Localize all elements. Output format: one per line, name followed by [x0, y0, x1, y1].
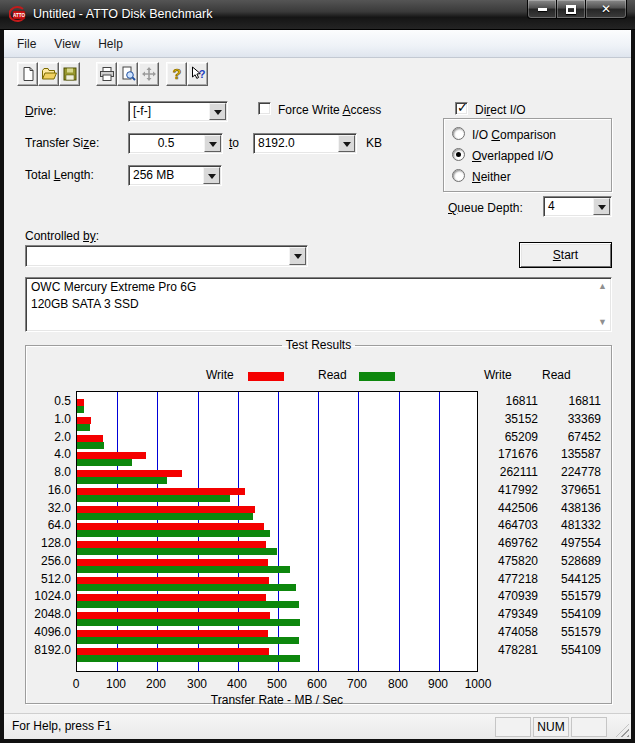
num-lock-indicator: NUM [533, 717, 569, 737]
transfer-size-from-dropdown-button[interactable] [204, 135, 221, 152]
chevron-down-icon [209, 142, 217, 151]
read-value: 438136 [531, 501, 601, 516]
transfer-size-to-dropdown-button[interactable] [338, 135, 355, 152]
write-bar [77, 630, 268, 637]
write-value: 464703 [468, 518, 538, 533]
print-preview-button[interactable] [117, 62, 138, 86]
total-length-value: 256 MB [129, 166, 202, 185]
read-bar [77, 477, 167, 484]
close-button[interactable]: ✕ [585, 0, 627, 19]
context-help-button[interactable]: ? [187, 62, 208, 86]
read-bar [77, 548, 277, 555]
queue-depth-value: 4 [544, 197, 592, 216]
queue-depth-combobox[interactable]: 4 [543, 196, 612, 217]
transfer-size-to-combobox[interactable]: 8192.0 [253, 133, 357, 154]
scroll-down-icon[interactable]: ▼ [598, 318, 607, 327]
print-button[interactable] [96, 62, 117, 86]
neither-radio[interactable] [452, 169, 465, 182]
read-bar [77, 530, 270, 537]
write-value: 477218 [468, 572, 538, 587]
read-bar [77, 584, 296, 591]
write-value: 475820 [468, 554, 538, 569]
read-value: 224778 [531, 465, 601, 480]
x-tick-label: 400 [217, 677, 257, 691]
transfer-size-tick-label: 64.0 [26, 518, 71, 533]
controlled-by-combobox[interactable] [25, 245, 308, 267]
read-bar [77, 655, 300, 662]
transfer-size-tick-label: 2.0 [26, 430, 71, 445]
read-value: 33369 [531, 412, 601, 427]
transfer-size-tick-label: 0.5 [26, 394, 71, 409]
total-length-dropdown-button[interactable] [203, 167, 220, 184]
maximize-button[interactable] [557, 0, 585, 19]
write-bar [77, 470, 182, 477]
transfer-size-tick-label: 1024.0 [26, 589, 71, 604]
read-value: 497554 [531, 536, 601, 551]
controlled-by-value [26, 246, 288, 266]
minimize-button[interactable] [527, 0, 557, 19]
kb-unit-label: KB [366, 136, 382, 150]
neither-label: Neither [472, 170, 511, 184]
write-bar [77, 541, 266, 548]
transfer-size-tick-label: 16.0 [26, 483, 71, 498]
write-value: 262111 [468, 465, 538, 480]
read-value: 544125 [531, 572, 601, 587]
resize-grip[interactable] [616, 724, 629, 737]
gridline [358, 392, 359, 671]
move-icon [141, 66, 157, 82]
transfer-size-tick-label: 2048.0 [26, 607, 71, 622]
start-button[interactable]: Start [519, 242, 612, 268]
x-tick-label: 800 [378, 677, 418, 691]
menu-file[interactable]: File [8, 33, 45, 55]
x-tick-label: 300 [177, 677, 217, 691]
x-tick-label: 600 [297, 677, 337, 691]
open-file-button[interactable] [38, 62, 59, 86]
drive-combobox[interactable]: [-f-] [128, 101, 228, 122]
new-file-button[interactable] [17, 62, 38, 86]
transfer-size-tick-label: 128.0 [26, 536, 71, 551]
save-file-icon [62, 66, 78, 82]
write-value: 417992 [468, 483, 538, 498]
controlled-by-dropdown-button[interactable] [289, 247, 306, 265]
close-icon: ✕ [601, 3, 611, 15]
overlapped-io-radio[interactable] [452, 148, 465, 161]
write-bar [77, 399, 84, 406]
direct-io-checkbox[interactable] [455, 102, 468, 115]
x-tick-label: 500 [257, 677, 297, 691]
gridline [439, 392, 440, 671]
write-bar [77, 612, 270, 619]
read-value: 67452 [531, 430, 601, 445]
write-value: 65209 [468, 430, 538, 445]
io-comparison-label: I/O Comparison [472, 128, 556, 142]
menu-view[interactable]: View [45, 33, 89, 55]
device-info-box[interactable]: OWC Mercury Extreme Pro 6G 120GB SATA 3 … [25, 277, 612, 332]
menu-help[interactable]: Help [89, 33, 132, 55]
move-button[interactable] [138, 62, 159, 86]
total-length-combobox[interactable]: 256 MB [128, 165, 222, 186]
drive-dropdown-button[interactable] [209, 103, 226, 120]
transfer-size-tick-label: 1.0 [26, 412, 71, 427]
transfer-size-from-combobox[interactable]: 0.5 [128, 133, 223, 154]
io-comparison-radio[interactable] [452, 127, 465, 140]
drive-value: [-f-] [129, 102, 208, 121]
write-bar [77, 523, 264, 530]
gridline [318, 392, 319, 671]
caption-buttons: ✕ [527, 0, 627, 19]
scroll-up-icon[interactable]: ▲ [598, 282, 607, 291]
status-pane [495, 717, 531, 737]
help-button[interactable]: ? [166, 62, 187, 86]
gridline [399, 392, 400, 671]
write-value: 171676 [468, 447, 538, 462]
read-bar [77, 619, 300, 626]
chevron-down-icon [294, 254, 302, 263]
transfer-size-tick-label: 512.0 [26, 572, 71, 587]
read-bar [77, 442, 104, 449]
write-value: 16811 [468, 394, 538, 409]
read-bar [77, 566, 290, 573]
context-help-icon: ? [190, 66, 206, 82]
save-file-button[interactable] [59, 62, 80, 86]
device-info-line: OWC Mercury Extreme Pro 6G [26, 278, 611, 295]
queue-depth-dropdown-button[interactable] [593, 198, 610, 215]
x-tick-label: 1000 [458, 677, 498, 691]
force-write-access-checkbox[interactable] [258, 102, 271, 115]
